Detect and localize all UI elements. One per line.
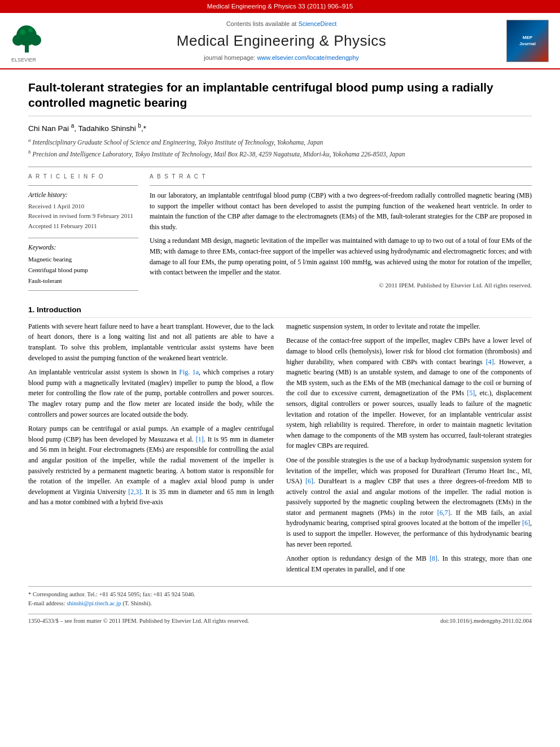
affiliation-a: a Interdisciplinary Graduate School of S… [28,137,532,147]
journal-header: ELSEVIER Contents lists available at Sci… [0,13,560,69]
keywords-label: Keywords: [28,243,138,252]
contents-label: Contents lists available at [226,20,297,27]
ref-6-7: [6,7] [438,509,450,517]
affil-sup-a: a [71,123,75,129]
keywords-block: Keywords: Magnetic bearing Centrifugal b… [28,243,138,286]
footnotes-section: * Corresponding author. Tel.: +81 45 924… [28,586,532,608]
svg-point-6 [28,28,33,32]
affiliations-block: a Interdisciplinary Graduate School of S… [28,137,532,159]
keyword-3: Fault-tolerant [28,276,138,286]
abstract-p2: Using a redundant MB design, magnetic le… [150,235,532,277]
footnote-email: E-mail address: shinshi@pi.titech.ac.jp … [28,599,532,608]
intro-right-p1: magnetic suspension system, in order to … [286,321,532,332]
abstract-label: A B S T R A C T [150,173,532,181]
footnote-corresponding: * Corresponding author. Tel.: +81 45 924… [28,590,532,599]
ref-2-3: [2,3] [128,488,141,496]
accepted-date: Accepted 11 February 2011 [28,221,138,231]
intro-right-p4: Another option is redundancy design of t… [286,553,532,574]
abstract-col: A B S T R A C T In our laboratory, an im… [150,173,532,296]
intro-right-p3: One of the possible strategies is the us… [286,455,532,549]
copyright-line: © 2011 IPEM. Published by Elsevier Ltd. … [150,281,532,290]
main-content: Fault-tolerant strategies for an implant… [0,69,560,636]
footer-doi: doi:10.1016/j.medengphy.2011.02.004 [440,617,532,625]
homepage-url[interactable]: www.elsevier.com/locate/medengphy [257,54,358,61]
journal-header-center: Contents lists available at ScienceDirec… [56,20,506,63]
affil-label-b: b [28,149,31,155]
intro-left-p3: Rotary pumps can be centrifugal or axial… [28,423,274,508]
elsevier-logo: ELSEVIER [11,19,56,64]
authors-line: Chi Nan Pai a, Tadahiko Shinshi b,* [28,122,532,134]
abstract-top-divider [150,185,532,186]
info-bot-divider [28,290,138,291]
journal-logo-text: MEPJournal [519,35,536,47]
journal-logo-box: MEPJournal [506,20,549,62]
received-date: Received 1 April 2010 [28,202,138,212]
info-top-divider [28,185,138,186]
article-info-col: A R T I C L E I N F O Article history: R… [28,173,138,296]
history-title: Article history: [28,190,138,200]
affil-label-a: a [28,137,31,143]
abstract-text: In our laboratory, an implantable centri… [150,190,532,278]
intro-left-p2: An implantable ventricular assist system… [28,367,274,420]
svg-point-4 [30,34,41,46]
journal-homepage-line: journal homepage: www.elsevier.com/locat… [56,54,506,63]
homepage-label: journal homepage: [204,54,255,61]
email-link[interactable]: shinshi@pi.titech.ac.jp [67,600,121,606]
affil-b-text: Precision and Intelligence Laboratory, T… [32,151,405,158]
journal-title: Medical Engineering & Physics [56,30,506,52]
article-info-label: A R T I C L E I N F O [28,173,138,181]
sciencedirect-link[interactable]: ScienceDirect [298,20,336,27]
revised-date: Received in revised form 9 February 2011 [28,211,138,221]
keyword-1: Magnetic bearing [28,254,138,265]
elsevier-tree-icon [11,19,42,55]
history-block: Article history: Received 1 April 2010 R… [28,190,138,231]
intro-right-col: magnetic suspension system, in order to … [286,321,532,579]
article-title: Fault-tolerant strategies for an implant… [28,80,532,117]
affil-a-text: Interdisciplinary Graduate School of Sci… [32,139,323,146]
info-abstract-row: A R T I C L E I N F O Article history: R… [28,173,532,296]
svg-point-3 [12,34,24,46]
ref-4: [4] [486,358,494,366]
ref-6b: [6] [522,519,530,527]
footer-issn: 1350-4533/$ – see front matter © 2011 IP… [28,617,249,625]
info-mid-divider [28,238,138,238]
ref-8: [8] [430,554,438,562]
section-heading-1: 1. Introduction [28,304,532,318]
affil-sup-b: b [138,123,141,129]
keyword-2: Centrifugal blood pump [28,265,138,276]
section-introduction: 1. Introduction Patients with severe hea… [28,304,532,578]
page-footer: 1350-4533/$ – see front matter © 2011 IP… [28,614,532,625]
contents-available-line: Contents lists available at ScienceDirec… [56,20,506,29]
journal-citation-text: Medical Engineering & Physics 33 (2011) … [207,3,353,10]
svg-point-5 [20,29,25,35]
ref-1: [1] [196,435,204,443]
ref-5: [5] [467,389,475,397]
fig-ref-1a: Fig. 1a [179,368,199,376]
intro-right-p2: Because of the contact-free support of t… [286,335,532,451]
affiliation-b: b Precision and Intelligence Laboratory,… [28,148,532,159]
intro-left-p1: Patients with severe heart failure need … [28,321,274,363]
ref-6: [6] [305,477,313,485]
journal-citation-bar: Medical Engineering & Physics 33 (2011) … [0,0,560,13]
abstract-p1: In our laboratory, an implantable centri… [150,190,532,232]
elsevier-wordmark: ELSEVIER [11,56,36,64]
intro-body-cols: Patients with severe heart failure need … [28,321,532,579]
header-divider [28,167,532,167]
intro-left-col: Patients with severe heart failure need … [28,321,274,579]
